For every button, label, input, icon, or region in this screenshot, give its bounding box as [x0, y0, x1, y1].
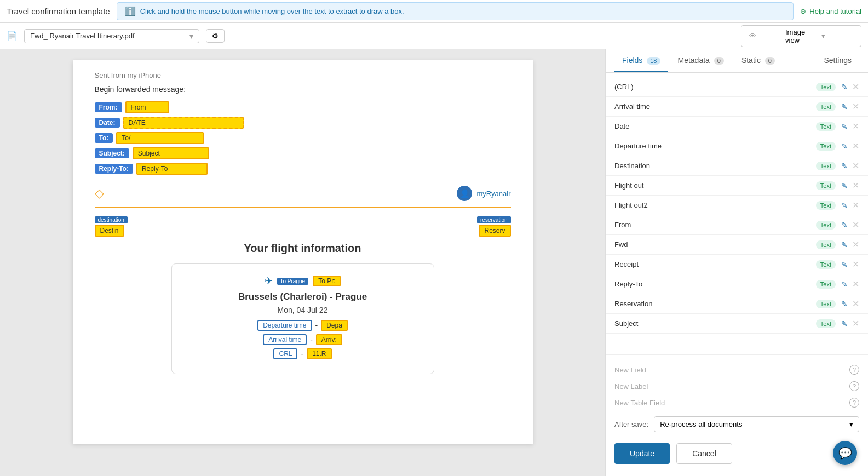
edit-icon[interactable]: ✎: [841, 142, 848, 151]
new-table-help[interactable]: ?: [849, 398, 859, 408]
delete-icon[interactable]: ✕: [852, 239, 859, 250]
filter-button[interactable]: ⚙: [206, 29, 225, 43]
delete-icon[interactable]: ✕: [852, 160, 859, 171]
delete-icon[interactable]: ✕: [852, 141, 859, 151]
delete-icon[interactable]: ✕: [852, 121, 859, 131]
new-label-help[interactable]: ?: [849, 381, 859, 391]
field-name: Receipt: [614, 260, 810, 268]
action-buttons: Update Cancel: [614, 438, 859, 469]
arrival-value: Arriv:: [316, 334, 342, 345]
second-bar: 📄 Fwd_ Ryanair Travel Itinerary.pdf ▾ ⚙ …: [0, 23, 868, 49]
info-text: Click and hold the mouse button while mo…: [140, 7, 404, 15]
field-type-badge: Text: [816, 319, 836, 328]
edit-icon[interactable]: ✎: [841, 300, 848, 308]
edit-icon[interactable]: ✎: [841, 280, 848, 289]
field-actions: ✎ ✕: [841, 279, 859, 289]
update-button[interactable]: Update: [614, 443, 670, 464]
field-name: Flight out: [614, 181, 810, 190]
destination-value: Destin: [95, 225, 124, 237]
fields-badge: 18: [647, 57, 660, 65]
delete-icon[interactable]: ✕: [852, 220, 859, 230]
new-table-label: New Table Field: [614, 399, 845, 407]
list-item: From Text ✎ ✕: [606, 215, 868, 235]
edit-icon[interactable]: ✎: [841, 221, 848, 230]
date-row: Date: DATE: [95, 117, 511, 129]
tab-settings[interactable]: Settings: [816, 49, 859, 72]
after-save-select[interactable]: Re-process all documents ▾: [654, 416, 859, 432]
list-item: Arrival time Text ✎ ✕: [606, 97, 868, 117]
edit-icon[interactable]: ✎: [841, 162, 848, 170]
delete-icon[interactable]: ✕: [852, 299, 859, 309]
from-value: From: [125, 101, 169, 113]
field-actions: ✎ ✕: [841, 239, 859, 250]
field-name: Reservation: [614, 300, 810, 308]
reservation-value: Reserv: [479, 225, 510, 237]
edit-icon[interactable]: ✎: [841, 181, 848, 190]
page-title: Travel confirmation template: [7, 7, 110, 16]
delete-icon[interactable]: ✕: [852, 82, 859, 92]
list-item: Date Text ✎ ✕: [606, 117, 868, 136]
delete-icon[interactable]: ✕: [852, 200, 859, 210]
begin-fwd-text: Begin forwarded message:: [95, 85, 511, 94]
field-type-badge: Text: [816, 83, 836, 91]
arrival-label: Arrival time: [263, 334, 307, 345]
after-save-row: After save: Re-process all documents ▾: [614, 411, 859, 438]
field-actions: ✎ ✕: [841, 82, 859, 92]
list-item: Departure time Text ✎ ✕: [606, 136, 868, 156]
email-header-fields: From: From Date: DATE To: To/ Subject: S…: [95, 101, 511, 175]
delete-icon[interactable]: ✕: [852, 279, 859, 289]
field-name: Destination: [614, 162, 810, 170]
dest-reserv-row: destination Destin reservation Reserv: [95, 216, 511, 237]
field-name: Subject: [614, 319, 810, 328]
top-bar: Travel confirmation template ℹ️ Click an…: [0, 0, 868, 23]
new-label-row[interactable]: New Label ?: [614, 378, 859, 394]
date-value: DATE: [123, 117, 244, 129]
new-field-row[interactable]: New Field ?: [614, 362, 859, 378]
date-label: Date:: [95, 118, 120, 128]
crl-value: 11.R: [307, 348, 331, 359]
field-actions: ✎ ✕: [841, 220, 859, 230]
new-table-row[interactable]: New Table Field ?: [614, 394, 859, 411]
help-tutorial-button[interactable]: ⊕ Help and tutorial: [800, 7, 861, 15]
new-field-help[interactable]: ?: [849, 365, 859, 375]
edit-icon[interactable]: ✎: [841, 201, 848, 210]
field-name: Departure time: [614, 142, 810, 150]
edit-icon[interactable]: ✎: [841, 83, 848, 91]
metadata-badge: 0: [714, 57, 724, 65]
field-actions: ✎ ✕: [841, 180, 859, 191]
edit-icon[interactable]: ✎: [841, 240, 848, 249]
list-item: Fwd Text ✎ ✕: [606, 235, 868, 255]
list-item: Receipt Text ✎ ✕: [606, 255, 868, 274]
field-type-badge: Text: [816, 201, 836, 210]
reservation-box: reservation Reserv: [477, 216, 510, 237]
tab-static[interactable]: Static 0: [734, 49, 783, 72]
delete-icon[interactable]: ✕: [852, 318, 859, 329]
file-selector[interactable]: Fwd_ Ryanair Travel Itinerary.pdf ▾: [24, 29, 199, 43]
tab-metadata[interactable]: Metadata 0: [670, 49, 732, 72]
ryanair-user: 👤 myRyanair: [457, 186, 510, 201]
chat-bubble-button[interactable]: 💬: [833, 441, 857, 465]
destination-box: destination Destin: [95, 216, 128, 237]
edit-icon[interactable]: ✎: [841, 319, 848, 328]
departure-value: Depa: [321, 320, 348, 331]
cancel-button[interactable]: Cancel: [676, 443, 732, 464]
edit-icon[interactable]: ✎: [841, 260, 848, 269]
edit-icon[interactable]: ✎: [841, 122, 848, 131]
document-content: Sent from my iPhone Begin forwarded mess…: [73, 60, 533, 444]
new-label-label: New Label: [614, 382, 845, 391]
edit-icon[interactable]: ✎: [841, 102, 848, 111]
tab-fields[interactable]: Fields 18: [614, 49, 668, 72]
ryanair-logo: ◇: [95, 186, 104, 200]
delete-icon[interactable]: ✕: [852, 259, 859, 269]
field-type-badge: Text: [816, 102, 836, 111]
field-type-badge: Text: [816, 240, 836, 249]
view-selector[interactable]: 👁 Image view ▾: [741, 25, 861, 47]
delete-icon[interactable]: ✕: [852, 180, 859, 191]
filter-icon: ⚙: [212, 32, 219, 40]
departure-row: Departure time - Depa: [183, 320, 423, 331]
delete-icon[interactable]: ✕: [852, 101, 859, 112]
departure-label: Departure time: [257, 320, 312, 331]
field-actions: ✎ ✕: [841, 200, 859, 210]
to-badge-blue: To Prague: [277, 278, 309, 285]
info-banner: ℹ️ Click and hold the mouse button while…: [117, 2, 794, 20]
